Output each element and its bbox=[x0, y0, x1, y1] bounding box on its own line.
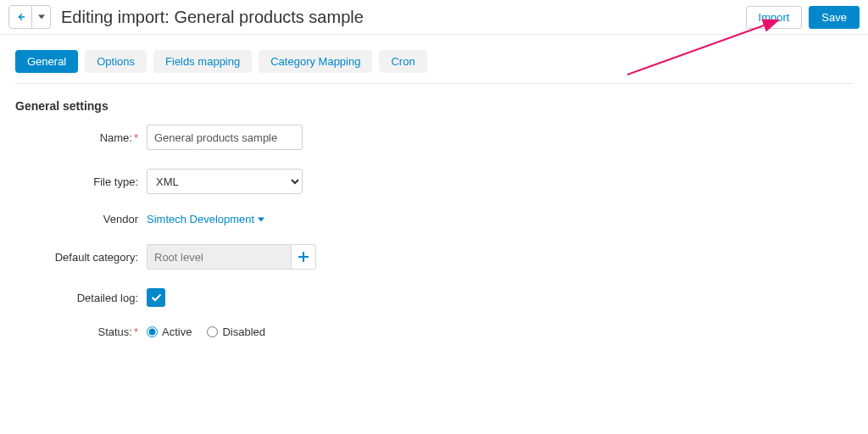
label-vendor: Vendor bbox=[15, 213, 147, 225]
page-title: Editing import: General products sample bbox=[61, 8, 746, 27]
file-type-select[interactable]: XML bbox=[147, 169, 303, 194]
content-area: General Options Fields mapping Category … bbox=[0, 35, 868, 372]
row-name: Name:* bbox=[15, 125, 853, 150]
tab-fields-mapping[interactable]: Fields mapping bbox=[153, 50, 252, 73]
label-default-category: Default category: bbox=[15, 251, 147, 264]
tab-cron[interactable]: Cron bbox=[379, 50, 426, 73]
detailed-log-checkbox[interactable] bbox=[147, 288, 165, 307]
import-button[interactable]: Import bbox=[746, 6, 803, 29]
section-title: General settings bbox=[15, 99, 853, 113]
caret-down-icon bbox=[38, 14, 45, 20]
arrow-left-icon bbox=[15, 12, 25, 22]
back-button[interactable] bbox=[8, 5, 32, 29]
required-asterisk: * bbox=[134, 326, 138, 338]
vendor-value: Simtech Development bbox=[147, 213, 254, 225]
label-name: Name:* bbox=[15, 131, 147, 144]
tabs-nav: General Options Fields mapping Category … bbox=[15, 50, 853, 84]
row-file-type: File type: XML bbox=[15, 169, 853, 194]
label-status: Status:* bbox=[15, 326, 147, 338]
row-detailed-log: Detailed log: bbox=[15, 288, 853, 307]
label-file-type: File type: bbox=[15, 175, 147, 188]
header-actions: Import Save bbox=[746, 6, 860, 29]
save-button[interactable]: Save bbox=[809, 6, 860, 29]
add-category-button[interactable] bbox=[291, 244, 316, 270]
vendor-dropdown[interactable]: Simtech Development bbox=[147, 213, 264, 225]
tab-general[interactable]: General bbox=[15, 50, 78, 73]
back-button-group bbox=[8, 5, 51, 29]
check-icon bbox=[151, 292, 162, 303]
page-header: Editing import: General products sample … bbox=[0, 0, 868, 35]
status-radio-active-label: Active bbox=[162, 326, 192, 338]
row-status: Status:* Active Disabled bbox=[15, 326, 853, 338]
name-input[interactable] bbox=[147, 125, 303, 150]
status-radio-disabled[interactable]: Disabled bbox=[207, 326, 265, 338]
status-radio-active-input[interactable] bbox=[147, 326, 158, 337]
row-default-category: Default category: Root level bbox=[15, 244, 853, 270]
plus-icon bbox=[298, 252, 309, 262]
row-vendor: Vendor Simtech Development bbox=[15, 213, 853, 225]
default-category-field: Root level bbox=[147, 244, 291, 270]
status-radio-disabled-input[interactable] bbox=[207, 326, 218, 337]
caret-down-icon bbox=[258, 217, 264, 222]
tab-category-mapping[interactable]: Category Mapping bbox=[259, 50, 372, 73]
label-detailed-log: Detailed log: bbox=[15, 292, 147, 304]
tab-options[interactable]: Options bbox=[85, 50, 147, 73]
back-dropdown-button[interactable] bbox=[32, 5, 51, 29]
required-asterisk: * bbox=[134, 131, 138, 144]
status-radio-disabled-label: Disabled bbox=[222, 326, 265, 338]
status-radio-active[interactable]: Active bbox=[147, 326, 192, 338]
